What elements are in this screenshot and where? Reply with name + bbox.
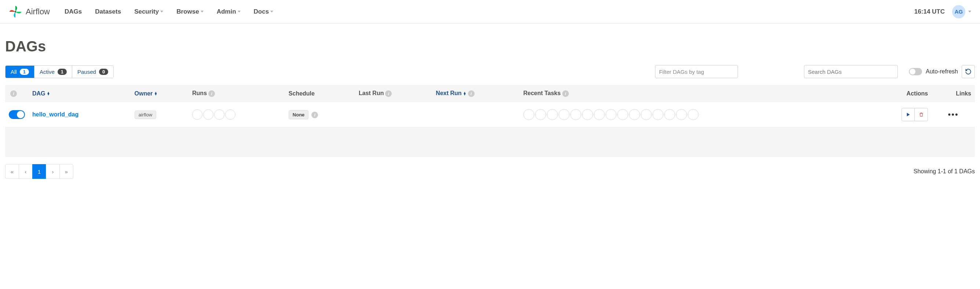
column-header-owner[interactable]: Owner▲▼ bbox=[131, 85, 189, 102]
last-run-cell bbox=[355, 102, 432, 128]
schedule-badge[interactable]: None bbox=[289, 110, 309, 119]
chevron-down-icon bbox=[160, 11, 163, 13]
nav-label: Datasets bbox=[95, 8, 121, 16]
filter-paused-button[interactable]: Paused 0 bbox=[72, 66, 113, 78]
refresh-button[interactable] bbox=[962, 65, 975, 78]
task-circle bbox=[582, 109, 593, 120]
dag-id-link[interactable]: hello_world_dag bbox=[32, 111, 78, 118]
links-menu-button[interactable]: ••• bbox=[935, 110, 971, 119]
page-last-button[interactable]: » bbox=[59, 164, 73, 179]
filter-count-badge: 0 bbox=[99, 69, 108, 75]
task-circle bbox=[617, 109, 628, 120]
pagination: « ‹ 1 › » bbox=[5, 164, 73, 179]
nav-item-security[interactable]: Security bbox=[134, 8, 163, 16]
column-header-next-run[interactable]: Next Run▲▼i bbox=[432, 85, 519, 102]
header-label: Runs bbox=[192, 90, 207, 96]
airflow-logo-icon bbox=[9, 5, 22, 18]
auto-refresh-label: Auto-refresh bbox=[926, 68, 958, 75]
page-title: DAGs bbox=[5, 38, 975, 55]
task-circle bbox=[558, 109, 570, 120]
page-first-button[interactable]: « bbox=[5, 164, 19, 179]
run-circle bbox=[192, 109, 202, 120]
recent-tasks-circles[interactable] bbox=[523, 109, 864, 120]
filter-active-button[interactable]: Active 1 bbox=[35, 66, 72, 78]
sort-icon: ▲▼ bbox=[463, 92, 466, 96]
task-circle bbox=[535, 109, 546, 120]
clock[interactable]: 16:14 UTC bbox=[914, 8, 945, 16]
column-header-links: Links bbox=[932, 85, 975, 102]
chevron-down-icon bbox=[968, 11, 971, 13]
header-label: Next Run bbox=[436, 90, 461, 96]
header-label: Owner bbox=[135, 90, 153, 97]
table-footer: « ‹ 1 › » Showing 1-1 of 1 DAGs bbox=[5, 164, 975, 179]
task-circle bbox=[664, 109, 675, 120]
filter-all-button[interactable]: All 1 bbox=[5, 66, 35, 78]
info-icon[interactable]: i bbox=[208, 90, 215, 97]
chevron-down-icon bbox=[200, 11, 204, 13]
owner-badge[interactable]: airflow bbox=[135, 110, 157, 119]
column-header-recent-tasks: Recent Tasksi bbox=[520, 85, 867, 102]
task-circle bbox=[570, 109, 581, 120]
delete-dag-button[interactable] bbox=[915, 108, 928, 121]
task-circle bbox=[629, 109, 640, 120]
brand[interactable]: Airflow bbox=[9, 5, 50, 18]
header-label: DAG bbox=[32, 90, 46, 97]
task-circle bbox=[523, 109, 535, 120]
nav-item-datasets[interactable]: Datasets bbox=[95, 8, 121, 16]
nav-label: Security bbox=[134, 8, 159, 16]
sort-icon: ▲▼ bbox=[47, 92, 50, 96]
nav-item-admin[interactable]: Admin bbox=[217, 8, 240, 16]
chevron-down-icon bbox=[270, 11, 273, 13]
nav-item-browse[interactable]: Browse bbox=[177, 8, 203, 16]
runs-status-circles[interactable] bbox=[192, 109, 281, 120]
nav-item-dags[interactable]: DAGs bbox=[65, 8, 82, 16]
trash-icon bbox=[919, 112, 924, 118]
info-icon[interactable]: i bbox=[10, 90, 17, 97]
auto-refresh-toggle[interactable] bbox=[909, 68, 922, 75]
column-header-runs: Runsi bbox=[189, 85, 285, 102]
filter-label: Active bbox=[40, 69, 55, 75]
nav-label: DAGs bbox=[65, 8, 82, 16]
svg-point-0 bbox=[15, 11, 16, 13]
column-header-dag[interactable]: DAG▲▼ bbox=[29, 85, 131, 102]
refresh-icon bbox=[965, 68, 972, 75]
page-number-button[interactable]: 1 bbox=[32, 164, 46, 179]
filter-count-badge: 1 bbox=[20, 69, 29, 75]
filter-label: Paused bbox=[77, 69, 96, 75]
nav-label: Admin bbox=[217, 8, 236, 16]
dag-pause-toggle[interactable] bbox=[9, 110, 25, 119]
info-icon[interactable]: i bbox=[468, 90, 475, 97]
nav-item-docs[interactable]: Docs bbox=[254, 8, 274, 16]
task-circle bbox=[606, 109, 617, 120]
avatar: AG bbox=[952, 5, 965, 18]
trigger-dag-button[interactable] bbox=[902, 108, 915, 121]
nav-items: DAGs Datasets Security Browse Admin Docs bbox=[65, 8, 273, 16]
nav-label: Docs bbox=[254, 8, 269, 16]
task-circle bbox=[594, 109, 605, 120]
filters-row: All 1 Active 1 Paused 0 Auto-refresh bbox=[5, 65, 975, 78]
status-filter-group: All 1 Active 1 Paused 0 bbox=[5, 65, 114, 78]
dags-table: i DAG▲▼ Owner▲▼ Runsi Schedule Last Runi… bbox=[5, 85, 975, 157]
table-padding bbox=[5, 128, 975, 157]
info-icon[interactable]: i bbox=[562, 90, 569, 97]
brand-text: Airflow bbox=[25, 7, 50, 16]
info-icon[interactable]: i bbox=[311, 112, 318, 118]
user-menu[interactable]: AG bbox=[952, 5, 971, 18]
showing-text: Showing 1-1 of 1 DAGs bbox=[914, 168, 975, 175]
column-header-schedule: Schedule bbox=[285, 85, 355, 102]
header-label: Last Run bbox=[359, 90, 383, 96]
header-label: Recent Tasks bbox=[523, 90, 561, 96]
column-header-last-run: Last Runi bbox=[355, 85, 432, 102]
task-circle bbox=[688, 109, 699, 120]
next-run-cell bbox=[432, 102, 519, 128]
info-icon[interactable]: i bbox=[385, 90, 392, 97]
column-header-actions: Actions bbox=[867, 85, 932, 102]
search-dags-input[interactable] bbox=[804, 65, 898, 78]
page-next-button[interactable]: › bbox=[46, 164, 60, 179]
table-row: hello_world_dag airflow None i bbox=[5, 102, 975, 128]
filter-tags-input[interactable] bbox=[655, 65, 738, 78]
page-prev-button[interactable]: ‹ bbox=[19, 164, 33, 179]
task-circle bbox=[676, 109, 687, 120]
filter-label: All bbox=[11, 69, 17, 75]
run-circle bbox=[214, 109, 224, 120]
